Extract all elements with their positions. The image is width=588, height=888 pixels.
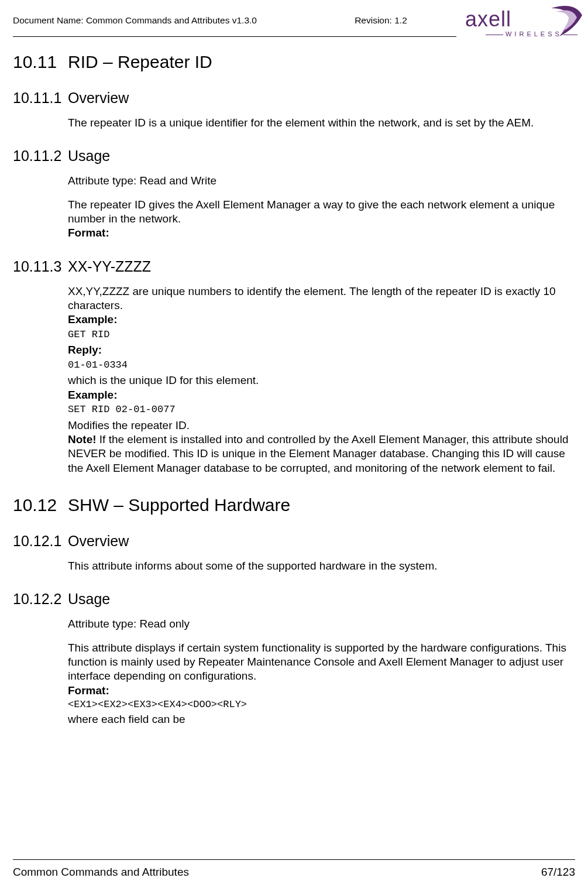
- paragraph: which is the unique ID for this element.: [68, 373, 570, 388]
- paragraph: where each field can be: [68, 712, 570, 726]
- reply-label: Reply:: [68, 343, 570, 357]
- paragraph: Attribute type: Read and Write: [68, 174, 570, 188]
- footer-rule: [13, 859, 575, 860]
- note-paragraph: Note! If the element is installed into a…: [68, 433, 570, 475]
- section-heading-10-11: 10.11 RID – Repeater ID: [13, 52, 575, 72]
- header-rule: [13, 36, 456, 37]
- doc-name-label: Document Name:: [13, 15, 86, 25]
- example-label: Example:: [68, 313, 570, 327]
- example-label: Example:: [68, 388, 570, 402]
- subsection-number: 10.11.3: [13, 258, 68, 275]
- footer-page-number: 67/123: [541, 866, 575, 879]
- logo-swoosh-icon: [545, 5, 584, 39]
- subsection-heading-10-11-3: 10.11.3 XX-YY-ZZZZ: [13, 258, 575, 275]
- subsection-heading-10-11-2: 10.11.2 Usage: [13, 148, 575, 164]
- subsection-number: 10.11.1: [13, 90, 68, 107]
- code-command: SET RID 02-01-0077: [68, 403, 570, 416]
- subsection-number: 10.12.1: [13, 533, 68, 550]
- doc-name-block: Document Name: Common Commands and Attri…: [13, 15, 257, 26]
- paragraph: Modifies the repeater ID.: [68, 419, 570, 433]
- doc-name-value: Common Commands and Attributes v1.3.0: [86, 15, 257, 25]
- note-body: If the element is installed into and con…: [68, 433, 568, 474]
- subsection-title: Usage: [68, 148, 110, 164]
- section-title: RID – Repeater ID: [68, 52, 212, 72]
- subsection-title: XX-YY-ZZZZ: [68, 258, 151, 275]
- code-command: GET RID: [68, 328, 570, 341]
- code-format: <EX1><EX2><EX3><EX4><DOO><RLY>: [68, 699, 570, 710]
- section-number: 10.11: [13, 52, 68, 72]
- brand-logo: axell WIRELESS: [465, 4, 588, 44]
- revision-block: Revision: 1.2: [355, 15, 407, 26]
- paragraph: The repeater ID gives the Axell Element …: [68, 198, 570, 227]
- paragraph: This attribute informs about some of the…: [68, 559, 570, 573]
- subsection-heading-10-11-1: 10.11.1 Overview: [13, 90, 575, 107]
- subsection-title: Usage: [68, 591, 110, 608]
- section-number: 10.12: [13, 495, 68, 515]
- footer-title: Common Commands and Attributes: [13, 866, 189, 879]
- subsection-title: Overview: [68, 533, 129, 550]
- paragraph: This attribute displays if certain syste…: [68, 641, 570, 684]
- paragraph: XX,YY,ZZZZ are unique numbers to identif…: [68, 284, 570, 313]
- format-label: Format:: [68, 226, 570, 240]
- subsection-number: 10.11.2: [13, 148, 68, 164]
- subsection-heading-10-12-1: 10.12.1 Overview: [13, 533, 575, 550]
- document-page: Document Name: Common Commands and Attri…: [0, 0, 588, 888]
- paragraph: Attribute type: Read only: [68, 617, 570, 631]
- subsection-title: Overview: [68, 90, 129, 107]
- code-output: 01-01-0334: [68, 359, 570, 372]
- revision-label: Revision:: [355, 15, 394, 25]
- subsection-heading-10-12-2: 10.12.2 Usage: [13, 591, 575, 608]
- note-label: Note!: [68, 433, 97, 445]
- section-title: SHW – Supported Hardware: [68, 495, 290, 515]
- page-footer: Common Commands and Attributes 67/123: [13, 859, 575, 879]
- section-heading-10-12: 10.12 SHW – Supported Hardware: [13, 495, 575, 515]
- paragraph: The repeater ID is a unique identifier f…: [68, 116, 570, 130]
- revision-value: 1.2: [394, 15, 407, 25]
- format-label: Format:: [68, 684, 570, 698]
- logo-brand-text: axell: [465, 7, 511, 32]
- subsection-number: 10.12.2: [13, 591, 68, 608]
